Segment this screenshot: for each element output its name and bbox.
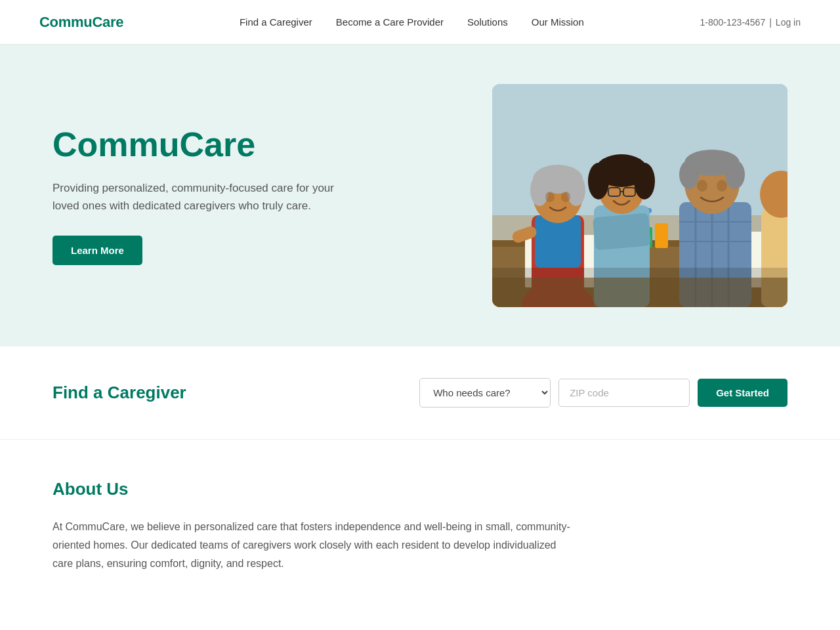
- svg-point-32: [601, 159, 617, 179]
- hero-subtitle: Providing personalized, community-focuse…: [52, 179, 354, 215]
- svg-rect-38: [679, 202, 751, 307]
- svg-point-49: [717, 180, 727, 192]
- learn-more-button[interactable]: Learn More: [52, 236, 142, 265]
- separator: |: [769, 17, 772, 28]
- get-started-button[interactable]: Get Started: [698, 379, 788, 407]
- about-us-body: At CommuCare, we believe in personalized…: [52, 518, 578, 573]
- svg-point-22: [530, 175, 549, 206]
- find-caregiver-section: Find a Caregiver Who needs care? A senio…: [0, 346, 840, 440]
- about-us-title: About Us: [52, 479, 788, 499]
- nav-become-provider[interactable]: Become a Care Provider: [336, 16, 444, 28]
- svg-point-17: [522, 281, 594, 307]
- find-caregiver-title: Find a Caregiver: [52, 383, 186, 403]
- who-needs-care-dropdown[interactable]: Who needs care? A senior An adult A chil…: [419, 378, 551, 408]
- svg-point-23: [567, 175, 585, 206]
- svg-point-48: [697, 180, 707, 192]
- svg-rect-50: [761, 209, 788, 307]
- svg-point-24: [545, 192, 555, 202]
- svg-point-46: [679, 160, 699, 189]
- site-logo[interactable]: CommuCare: [39, 14, 123, 31]
- main-nav: Find a Caregiver Become a Care Provider …: [240, 16, 584, 28]
- svg-rect-8: [655, 223, 668, 248]
- svg-rect-37: [593, 213, 651, 250]
- login-link[interactable]: Log in: [776, 17, 801, 28]
- header-right: 1-800-123-4567 | Log in: [700, 17, 801, 28]
- phone-number: 1-800-123-4567: [700, 17, 766, 28]
- hero-text: CommuCare Providing personalized, commun…: [52, 126, 407, 266]
- hero-image-container: [492, 84, 788, 307]
- nav-our-mission[interactable]: Our Mission: [532, 16, 584, 28]
- hero-image: [492, 84, 788, 307]
- svg-point-25: [561, 192, 570, 202]
- hero-title: CommuCare: [52, 126, 407, 163]
- svg-rect-52: [492, 278, 788, 307]
- nav-find-caregiver[interactable]: Find a Caregiver: [240, 16, 312, 28]
- about-us-section: About Us At CommuCare, we believe in per…: [0, 440, 840, 625]
- svg-point-47: [725, 160, 745, 189]
- nav-solutions[interactable]: Solutions: [467, 16, 508, 28]
- hero-section: CommuCare Providing personalized, commun…: [0, 45, 840, 346]
- zip-code-input[interactable]: [558, 379, 690, 407]
- svg-point-33: [626, 159, 642, 179]
- find-caregiver-controls: Who needs care? A senior An adult A chil…: [419, 378, 788, 408]
- hero-svg: [492, 84, 788, 307]
